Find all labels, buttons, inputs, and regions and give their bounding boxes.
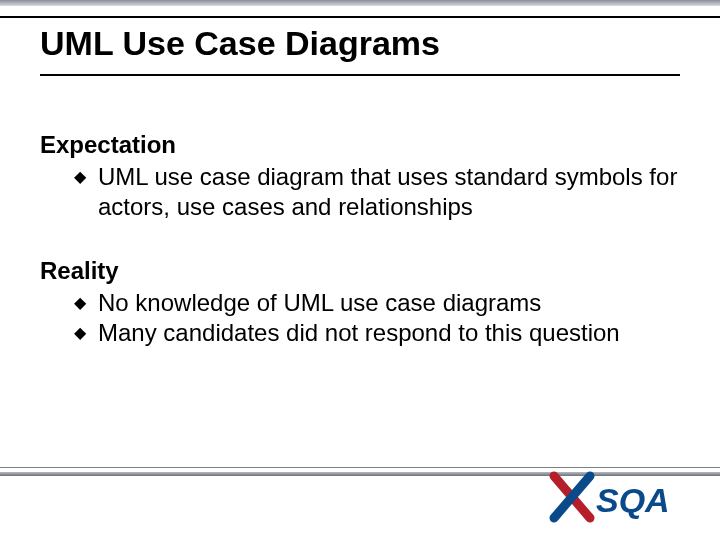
bullet-text: Many candidates did not respond to this … (98, 318, 680, 348)
bullet-text: UML use case diagram that uses standard … (98, 162, 680, 222)
top-accent-bar (0, 0, 720, 6)
slide-body: Expectation ◆ UML use case diagram that … (40, 130, 680, 348)
top-rule (0, 16, 720, 18)
bullet-item: ◆ No knowledge of UML use case diagrams (74, 288, 680, 318)
section-heading: Expectation (40, 130, 680, 160)
section-heading: Reality (40, 256, 680, 286)
title-underline (40, 74, 680, 76)
bullet-text: No knowledge of UML use case diagrams (98, 288, 680, 318)
slide-title: UML Use Case Diagrams (40, 24, 680, 63)
bullet-glyph-icon: ◆ (74, 318, 98, 348)
bullet-item: ◆ Many candidates did not respond to thi… (74, 318, 680, 348)
logo-text: SQA (596, 481, 670, 519)
bullet-glyph-icon: ◆ (74, 162, 98, 192)
bullet-glyph-icon: ◆ (74, 288, 98, 318)
logo-cross-icon (554, 476, 590, 518)
bullet-item: ◆ UML use case diagram that uses standar… (74, 162, 680, 222)
sqa-logo: SQA (548, 468, 698, 526)
